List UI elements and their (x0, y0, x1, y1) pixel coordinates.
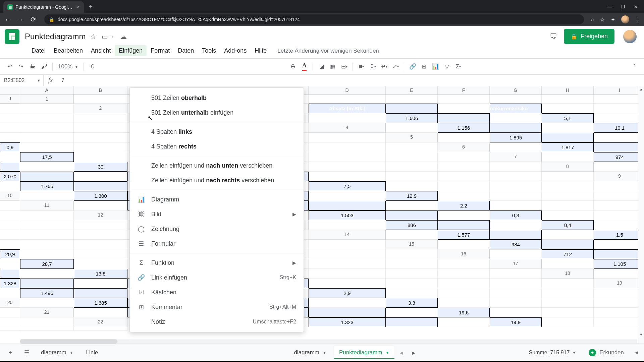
data-cell[interactable] (542, 133, 594, 142)
header-cell[interactable]: onkurrenzrisiko (490, 104, 542, 113)
cell[interactable] (438, 269, 490, 279)
data-cell[interactable]: 1.577 (438, 230, 490, 240)
cell[interactable] (74, 308, 127, 317)
cell[interactable] (594, 240, 644, 249)
cell[interactable] (386, 152, 438, 162)
cell[interactable] (20, 249, 74, 259)
cell[interactable] (490, 113, 542, 123)
cell[interactable] (309, 220, 386, 230)
all-sheets-button[interactable]: ☰ (19, 346, 34, 360)
sheet-tab[interactable]: diagramm ▼ (36, 346, 78, 359)
data-cell[interactable] (386, 210, 438, 220)
data-cell[interactable] (74, 288, 127, 298)
back-button[interactable]: ← (3, 16, 12, 23)
data-cell[interactable]: 1.328 (0, 279, 20, 288)
data-cell[interactable]: 886 (386, 220, 438, 230)
close-tab-icon[interactable]: × (77, 4, 80, 10)
strikethrough-button[interactable]: S (288, 62, 298, 72)
cell[interactable] (309, 279, 386, 288)
menu-format[interactable]: Format (147, 45, 174, 56)
forward-button[interactable]: → (16, 16, 25, 23)
cell[interactable] (594, 162, 644, 172)
row-header[interactable]: 9 (594, 172, 644, 181)
cell[interactable] (438, 133, 490, 142)
data-cell[interactable] (438, 220, 490, 230)
data-cell[interactable] (386, 104, 438, 113)
sheet-tab[interactable]: Linie (80, 346, 103, 359)
cell[interactable] (20, 327, 74, 331)
data-cell[interactable]: 1.105 (594, 259, 644, 269)
cell[interactable] (386, 269, 438, 279)
cell[interactable] (0, 327, 20, 331)
cell[interactable] (20, 191, 74, 201)
row-header[interactable]: 16 (438, 249, 490, 259)
insert-cols-left[interactable]: 4 Spalten links (130, 124, 304, 139)
cell[interactable] (0, 104, 20, 113)
data-cell[interactable] (386, 317, 438, 327)
cell[interactable] (309, 269, 386, 279)
cell[interactable] (0, 181, 20, 191)
cell[interactable] (490, 172, 542, 181)
cell[interactable] (490, 298, 542, 308)
cell[interactable] (309, 142, 386, 152)
cell[interactable] (309, 191, 386, 201)
data-cell[interactable]: 10,1 (594, 123, 644, 133)
insert-checkbox[interactable]: ☑ Kästchen (130, 285, 304, 300)
column-header[interactable]: H (542, 86, 594, 95)
menu-tools[interactable]: Tools (198, 45, 220, 56)
insert-link-button[interactable]: 🔗 (408, 62, 418, 72)
valign-button[interactable]: ↧▾ (368, 62, 378, 72)
sheet-nav-prev[interactable]: ◂ (396, 349, 407, 357)
cell[interactable] (594, 113, 644, 123)
cell[interactable] (74, 133, 127, 142)
side-panel-toggle[interactable]: ◂ (632, 349, 641, 356)
cell[interactable] (490, 308, 542, 317)
cell[interactable] (20, 220, 74, 230)
cell[interactable] (490, 201, 542, 210)
cell[interactable] (490, 288, 542, 298)
cell[interactable] (490, 142, 542, 152)
cell[interactable] (74, 152, 127, 162)
sheet-nav-next[interactable]: ▸ (409, 349, 419, 357)
cell[interactable] (542, 279, 594, 288)
data-cell[interactable]: 0,9 (0, 142, 20, 152)
vertical-scrollbar[interactable]: ▲ ▼ (638, 86, 644, 344)
print-button[interactable]: 🖶 (28, 62, 38, 72)
row-header[interactable]: 5 (386, 133, 438, 142)
explore-button[interactable]: ✦ Erkunden (583, 349, 630, 356)
cell[interactable] (438, 210, 490, 220)
cell[interactable] (0, 220, 20, 230)
cell[interactable] (594, 201, 644, 210)
data-cell[interactable]: 1.323 (309, 317, 386, 327)
data-cell[interactable] (74, 181, 127, 191)
data-cell[interactable]: 30 (74, 162, 127, 172)
data-cell[interactable]: 2,9 (309, 288, 386, 298)
cell[interactable] (594, 298, 644, 308)
cell[interactable] (74, 142, 127, 152)
account-avatar[interactable] (623, 30, 637, 43)
fill-color-button[interactable]: ◢ (316, 62, 326, 72)
insert-form[interactable]: ☰ Formular (130, 236, 304, 251)
column-header[interactable]: B (74, 86, 127, 95)
filter-button[interactable]: ▽ (442, 62, 452, 72)
cell[interactable] (594, 191, 644, 201)
menu-datei[interactable]: Datei (28, 45, 50, 56)
cell[interactable] (438, 317, 490, 327)
quicksum-display[interactable]: Summe: 715.917 ▼ (524, 350, 581, 356)
cell[interactable] (74, 172, 127, 181)
reload-button[interactable]: ⟳ (29, 15, 38, 23)
cell[interactable] (20, 113, 74, 123)
cell[interactable] (490, 191, 542, 201)
row-header[interactable]: 21 (20, 308, 74, 317)
cell[interactable] (0, 152, 20, 162)
cell[interactable] (309, 162, 386, 172)
cell[interactable] (20, 123, 74, 133)
data-cell[interactable]: 1.503 (309, 210, 386, 220)
insert-image[interactable]: 🖼 Bild ▶ (130, 207, 304, 222)
menu-addons[interactable]: Add-ons (220, 45, 251, 56)
data-cell[interactable]: 1.685 (74, 298, 127, 308)
data-cell[interactable]: 1.606 (386, 113, 438, 123)
data-cell[interactable] (438, 113, 490, 123)
cell[interactable] (74, 230, 127, 240)
url-input[interactable]: 🔒 docs.google.com/spreadsheets/d/16sZAG8… (44, 14, 584, 24)
